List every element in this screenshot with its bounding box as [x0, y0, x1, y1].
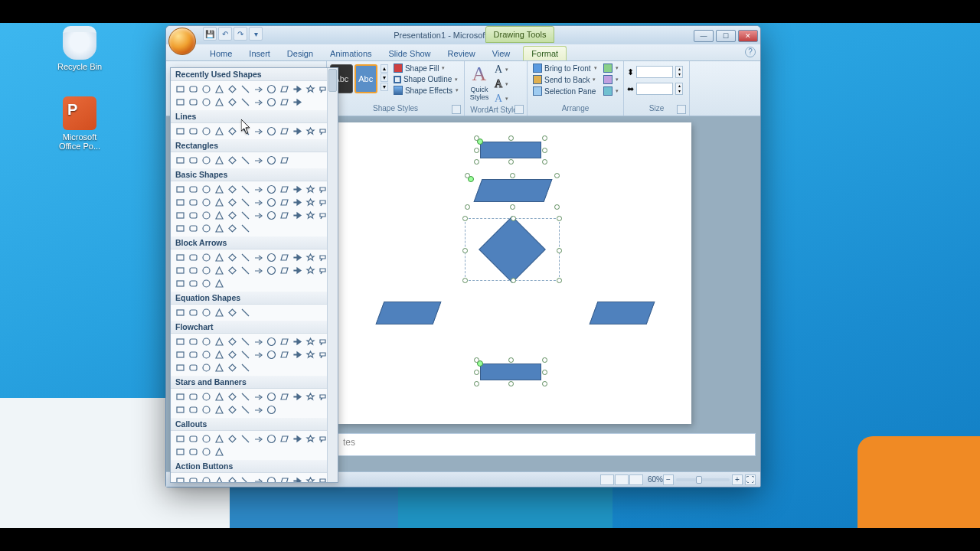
close-button[interactable]: ✕ [738, 30, 758, 42]
gallery-shape-item[interactable] [278, 264, 290, 276]
gallery-shape-item[interactable] [213, 96, 225, 108]
gallery-shape-item[interactable] [278, 96, 290, 108]
gallery-shape-item[interactable] [213, 306, 225, 318]
gallery-shape-item[interactable] [187, 209, 199, 221]
gallery-shape-item[interactable] [239, 348, 251, 360]
gallery-shape-item[interactable] [200, 403, 212, 416]
gallery-shape-item[interactable] [265, 251, 277, 263]
gallery-shape-item[interactable] [213, 390, 225, 403]
gallery-shape-item[interactable] [226, 390, 238, 403]
gallery-shape-item[interactable] [200, 445, 212, 458]
gallery-shape-item[interactable] [239, 154, 251, 166]
shapes-gallery-dropdown[interactable]: Recently Used ShapesLinesRectanglesBasic… [170, 67, 338, 483]
gallery-shape-item[interactable] [200, 348, 212, 360]
align-button[interactable]: ▾ [601, 63, 621, 73]
text-outline-button[interactable]: A▾ [492, 77, 511, 91]
gallery-shape-item[interactable] [213, 474, 225, 483]
minimize-button[interactable]: — [694, 30, 714, 42]
zoom-in-button[interactable]: + [732, 474, 743, 485]
gallery-shape-item[interactable] [226, 125, 238, 137]
gallery-shape-item[interactable] [304, 348, 316, 360]
notes-pane[interactable]: tes [338, 433, 756, 456]
gallery-shape-item[interactable] [213, 196, 225, 208]
gallery-shape-item[interactable] [200, 83, 212, 95]
gallery-shape-item[interactable] [252, 390, 264, 403]
gallery-shape-item[interactable] [291, 432, 303, 445]
gallery-shape-item[interactable] [226, 348, 238, 360]
gallery-shape-item[interactable] [304, 83, 316, 95]
gallery-shape-item[interactable] [174, 277, 186, 289]
gallery-shape-item[interactable] [226, 361, 238, 373]
gallery-shape-item[interactable] [200, 154, 212, 166]
selection-handles[interactable] [465, 218, 560, 281]
gallery-shape-item[interactable] [252, 196, 264, 208]
width-spinner[interactable]: ▴▾ [675, 83, 683, 95]
gallery-shape-item[interactable] [187, 264, 199, 276]
gallery-shape-item[interactable] [213, 403, 225, 416]
gallery-shape-item[interactable] [200, 125, 212, 137]
gallery-shape-item[interactable] [239, 251, 251, 263]
view-normal-button[interactable] [600, 474, 614, 485]
dialog-launcher[interactable] [452, 105, 461, 114]
zoom-out-button[interactable]: − [663, 474, 674, 485]
gallery-shape-item[interactable] [200, 196, 212, 208]
gallery-shape-item[interactable] [174, 264, 186, 276]
gallery-shape-item[interactable] [252, 474, 264, 483]
gallery-shape-item[interactable] [213, 83, 225, 95]
gallery-shape-item[interactable] [265, 183, 277, 195]
shape-effects-button[interactable]: Shape Effects▾ [391, 85, 461, 96]
gallery-shape-item[interactable] [278, 209, 290, 221]
gallery-shape-item[interactable] [200, 335, 212, 347]
gallery-shape-item[interactable] [265, 264, 277, 276]
gallery-shape-item[interactable] [278, 196, 290, 208]
gallery-shape-item[interactable] [213, 183, 225, 195]
height-spinner[interactable]: ▴▾ [675, 66, 683, 78]
tab-review[interactable]: Review [439, 46, 484, 60]
gallery-shape-item[interactable] [291, 209, 303, 221]
gallery-shape-item[interactable] [187, 403, 199, 416]
gallery-shape-item[interactable] [187, 83, 199, 95]
gallery-shape-item[interactable] [239, 183, 251, 195]
gallery-shape-item[interactable] [200, 251, 212, 263]
gallery-shape-item[interactable] [265, 196, 277, 208]
gallery-shape-item[interactable] [174, 125, 186, 137]
gallery-shape-item[interactable] [174, 251, 186, 263]
gallery-shape-item[interactable] [291, 196, 303, 208]
gallery-shape-item[interactable] [226, 403, 238, 416]
selection-handles[interactable] [477, 360, 544, 383]
gallery-shape-item[interactable] [187, 306, 199, 318]
gallery-shape-item[interactable] [226, 474, 238, 483]
gallery-shape-item[interactable] [226, 335, 238, 347]
selection-handles[interactable] [468, 176, 557, 207]
gallery-shape-item[interactable] [304, 196, 316, 208]
gallery-shape-item[interactable] [187, 445, 199, 458]
gallery-shape-item[interactable] [200, 432, 212, 445]
gallery-shape-item[interactable] [304, 335, 316, 347]
gallery-shape-item[interactable] [278, 335, 290, 347]
gallery-shape-item[interactable] [291, 390, 303, 403]
gallery-shape-item[interactable] [291, 183, 303, 195]
gallery-shape-item[interactable] [239, 474, 251, 483]
gallery-shape-item[interactable] [226, 183, 238, 195]
titlebar[interactable]: 💾 ↶ ↷ ▾ Presentation1 - Microsoft PowerP… [166, 26, 760, 44]
gallery-shape-item[interactable] [174, 306, 186, 318]
selection-pane-button[interactable]: Selection Pane [531, 86, 599, 96]
gallery-shape-item[interactable] [187, 154, 199, 166]
gallery-shape-item[interactable] [174, 209, 186, 221]
gallery-shape-item[interactable] [226, 222, 238, 234]
gallery-shape-item[interactable] [291, 474, 303, 483]
gallery-shape-item[interactable] [291, 83, 303, 95]
dialog-launcher[interactable] [677, 105, 686, 114]
qat-customize-button[interactable]: ▾ [249, 27, 263, 41]
shape-width-control[interactable]: ⬌ ▴▾ [627, 83, 683, 95]
gallery-shape-item[interactable] [239, 432, 251, 445]
gallery-shape-item[interactable] [291, 251, 303, 263]
gallery-shape-item[interactable] [187, 277, 199, 289]
dialog-launcher[interactable] [514, 105, 524, 114]
gallery-shape-item[interactable] [200, 264, 212, 276]
gallery-shape-item[interactable] [265, 474, 277, 483]
maximize-button[interactable]: ☐ [716, 30, 736, 42]
slide-canvas[interactable] [338, 122, 691, 424]
gallery-shape-item[interactable] [174, 348, 186, 360]
gallery-shape-item[interactable] [200, 361, 212, 373]
